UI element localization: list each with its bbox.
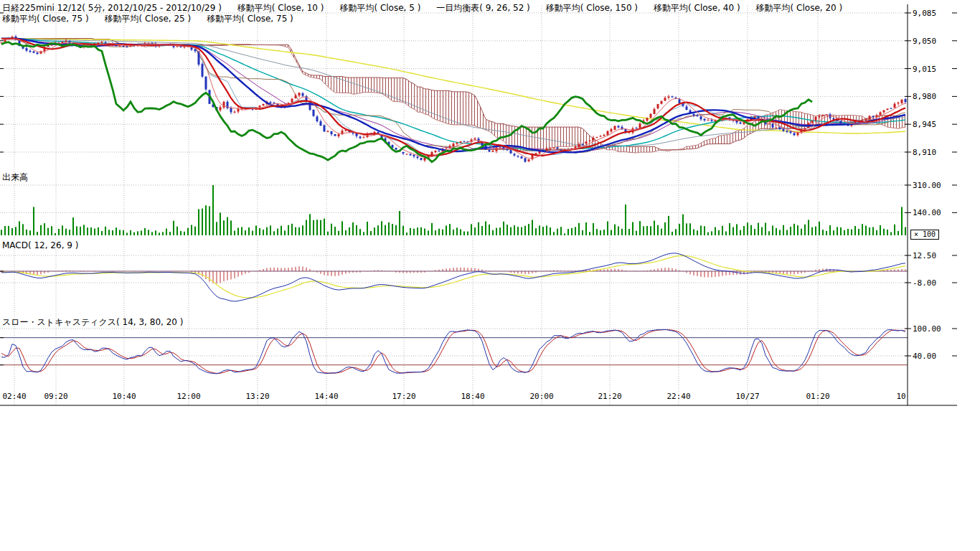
macd-axis-label: -8.00 (913, 278, 936, 288)
stoch-axis-label: 40.00 (913, 352, 936, 361)
time-axis-label: 09:20 (44, 392, 67, 401)
time-axis-label: 21:20 (598, 392, 621, 401)
price-axis-label: 9,050 (913, 37, 936, 46)
time-axis-label: 22:40 (666, 392, 690, 401)
price-axis-label: 9,015 (913, 65, 936, 74)
volume-multiplier-badge: × 100 (910, 230, 939, 240)
time-axis-label: 02:40 (2, 392, 26, 401)
legend-item[interactable]: 移動平均( Close, 5 ) (339, 2, 420, 14)
trading-chart-window: 日経225mini 12/12( 5分, 2012/10/25 - 2012/1… (0, 0, 980, 551)
time-axis-label: 10:40 (112, 392, 136, 401)
time-axis-label: 01:20 (806, 392, 829, 401)
price-axis-label: 8,945 (913, 120, 936, 129)
legend-item[interactable]: 移動平均( Close, 20 ) (756, 2, 843, 14)
time-axis-label: 14:40 (314, 392, 338, 401)
stoch-panel-label: スロー・ストキャスティクス( 14, 3, 80, 20 ) (2, 316, 183, 329)
legend-item[interactable]: 移動平均( Close, 75 ) (2, 13, 89, 25)
stoch-axis-label: 100.00 (913, 324, 941, 334)
price-axis-label: 8,980 (913, 92, 936, 101)
macd-panel-label: MACD( 12, 26, 9 ) (2, 240, 78, 250)
price-axis-label: 9,085 (913, 9, 936, 18)
chart-canvas[interactable] (0, 0, 980, 430)
legend-item[interactable]: 移動平均( Close, 75 ) (207, 13, 293, 25)
time-axis-label: 20:00 (529, 392, 553, 401)
time-axis-label: 10 (896, 392, 905, 401)
time-axis-label: 12:00 (176, 392, 200, 401)
legend-row-2: 移動平均( Close, 75 )移動平均( Close, 25 )移動平均( … (2, 13, 293, 25)
volume-axis-label: 140.00 (913, 208, 941, 217)
legend-item[interactable]: 一目均衡表( 9, 26, 52 ) (436, 2, 529, 14)
macd-axis-label: 12.50 (913, 251, 936, 260)
legend-item[interactable]: 移動平均( Close, 25 ) (105, 13, 192, 25)
volume-axis-label: 310.00 (913, 181, 941, 190)
volume-panel-label: 出来高 (2, 171, 28, 184)
legend-item[interactable]: 移動平均( Close, 150 ) (546, 2, 638, 14)
time-axis-label: 13:20 (245, 392, 269, 401)
legend-item[interactable]: 移動平均( Close, 40 ) (654, 2, 740, 14)
time-axis-label: 17:20 (392, 392, 415, 401)
time-axis-label: 10/27 (735, 392, 759, 401)
time-axis-label: 18:40 (461, 392, 484, 401)
price-axis-label: 8,910 (913, 148, 936, 157)
